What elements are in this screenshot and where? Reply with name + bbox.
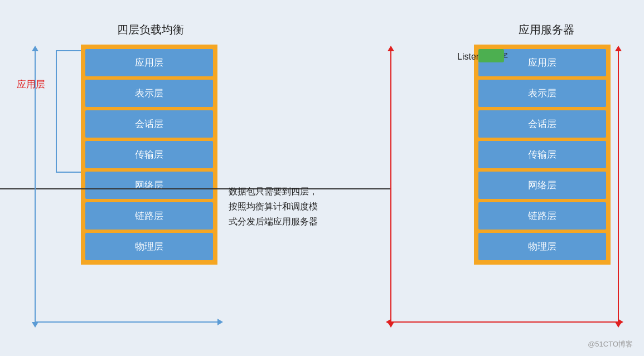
left-layer-4: 网络层 bbox=[85, 172, 213, 199]
left-layer-1: 表示层 bbox=[85, 80, 213, 107]
left-title: 四层负载均衡 bbox=[86, 22, 215, 37]
desc-line2: 按照均衡算计和调度模 bbox=[229, 199, 318, 214]
right-layer-6: 物理层 bbox=[478, 233, 606, 260]
bottom-red-arrow-right bbox=[477, 321, 619, 323]
app-layer-label: 应用层 bbox=[17, 78, 45, 91]
right-title: 应用服务器 bbox=[480, 22, 613, 37]
left-layer-2: 会话层 bbox=[85, 110, 213, 138]
left-layer-3: 传输层 bbox=[85, 141, 213, 168]
bottom-red-arrow-left bbox=[390, 321, 478, 323]
watermark: @51CTO博客 bbox=[588, 339, 633, 349]
diagram-container: 四层负载均衡 应用服务器 应用层 应用层 表示层 会话层 传输层 网络层 链路层… bbox=[0, 0, 644, 356]
desc-line1: 数据包只需要到四层， bbox=[229, 184, 318, 199]
description: 数据包只需要到四层， 按照均衡算计和调度模 式分发后端应用服务器 bbox=[229, 184, 318, 230]
right-layer-4: 网络层 bbox=[478, 172, 606, 199]
right-layer-1: 表示层 bbox=[478, 80, 606, 107]
right-stack: 应用层 表示层 会话层 传输层 网络层 链路层 物理层 bbox=[474, 45, 611, 265]
right-vertical-arrow-left bbox=[390, 50, 391, 323]
app-layer-bracket bbox=[56, 50, 81, 173]
left-vertical-arrow bbox=[35, 50, 36, 323]
left-layer-6: 物理层 bbox=[85, 233, 213, 260]
right-layer-2: 会话层 bbox=[478, 110, 606, 138]
right-layer-3: 传输层 bbox=[478, 141, 606, 168]
desc-line3: 式分发后端应用服务器 bbox=[229, 214, 318, 229]
right-layer-5: 链路层 bbox=[478, 202, 606, 230]
divider-line bbox=[0, 188, 390, 189]
left-layer-5: 链路层 bbox=[85, 202, 213, 230]
bottom-horizontal-arrow bbox=[35, 321, 219, 323]
listen-socket-box bbox=[478, 49, 504, 62]
left-layer-0: 应用层 bbox=[85, 49, 213, 76]
right-vertical-arrow-right bbox=[618, 50, 619, 323]
left-stack: 应用层 表示层 会话层 传输层 网络层 链路层 物理层 bbox=[81, 45, 217, 265]
